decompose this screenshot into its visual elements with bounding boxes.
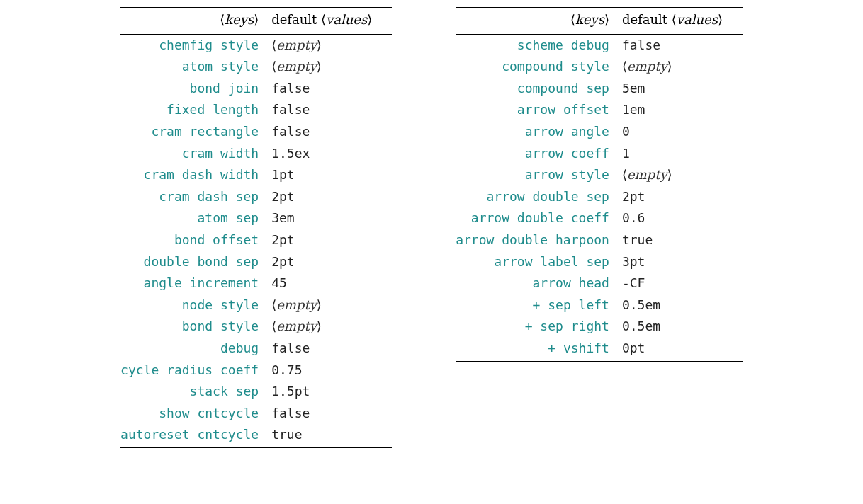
value-cell: 2pt <box>271 251 392 273</box>
table-row: + vshift0pt <box>456 338 743 361</box>
value-cell: ⟨empty⟩ <box>622 164 743 186</box>
table-row: autoreset cntcycletrue <box>120 424 392 447</box>
key-cell: double bond sep <box>120 251 271 273</box>
key-cell: atom sep <box>120 207 271 229</box>
value-cell: 45 <box>271 273 392 294</box>
key-cell: autoreset cntcycle <box>120 424 271 447</box>
value-cell: 2pt <box>622 186 743 208</box>
key-cell: scheme debug <box>456 34 622 56</box>
value-cell: 0.5em <box>622 294 743 316</box>
value-cell: ⟨empty⟩ <box>271 56 392 78</box>
table-row: cram dash sep2pt <box>120 186 392 208</box>
key-cell: angle increment <box>120 273 271 294</box>
column-header-values: default ⟨values⟩ <box>622 8 743 35</box>
value-cell: ⟨empty⟩ <box>622 56 743 78</box>
value-cell: 0 <box>622 121 743 143</box>
value-cell: 0.5em <box>622 316 743 338</box>
key-cell: cram rectangle <box>120 121 271 143</box>
table-row: angle increment45 <box>120 273 392 294</box>
key-cell: cram dash width <box>120 164 271 186</box>
value-cell: ⟨empty⟩ <box>271 294 392 316</box>
value-cell: 1.5pt <box>271 381 392 403</box>
column-header-values: default ⟨values⟩ <box>271 8 392 35</box>
key-cell: + vshift <box>456 338 622 361</box>
table-row: arrow offset1em <box>456 99 743 121</box>
key-cell: arrow angle <box>456 121 622 143</box>
value-cell: 3pt <box>622 251 743 273</box>
key-cell: debug <box>120 338 271 360</box>
key-cell: + sep left <box>456 294 622 316</box>
key-cell: bond join <box>120 78 271 100</box>
key-cell: cram width <box>120 143 271 165</box>
table-row: cram width1.5ex <box>120 143 392 165</box>
table-row: arrow head-CF <box>456 273 743 294</box>
table-row: chemfig style⟨empty⟩ <box>120 34 392 56</box>
table-row: arrow double sep2pt <box>456 186 743 208</box>
key-cell: arrow style <box>456 164 622 186</box>
value-cell: 1.5ex <box>271 143 392 165</box>
value-cell: -CF <box>622 273 743 294</box>
key-cell: stack sep <box>120 381 271 403</box>
table-row: compound sep5em <box>456 78 743 100</box>
table-row: stack sep1.5pt <box>120 381 392 403</box>
table-row: + sep left0.5em <box>456 294 743 316</box>
table-row: cram rectanglefalse <box>120 121 392 143</box>
table-row: + sep right0.5em <box>456 316 743 338</box>
right-table: ⟨keys⟩default ⟨values⟩scheme debugfalsec… <box>456 7 743 362</box>
key-cell: compound sep <box>456 78 622 100</box>
table-row: cram dash width1pt <box>120 164 392 186</box>
key-cell: + sep right <box>456 316 622 338</box>
key-cell: arrow double sep <box>456 186 622 208</box>
key-cell: cram dash sep <box>120 186 271 208</box>
value-cell: ⟨empty⟩ <box>271 34 392 56</box>
table-row: atom style⟨empty⟩ <box>120 56 392 78</box>
table-row: show cntcyclefalse <box>120 403 392 425</box>
key-cell: cycle radius coeff <box>120 360 271 382</box>
key-cell: arrow double harpoon <box>456 229 622 251</box>
value-cell: 1em <box>622 99 743 121</box>
key-cell: arrow label sep <box>456 251 622 273</box>
table-row: atom sep3em <box>120 207 392 229</box>
table-row: bond offset2pt <box>120 229 392 251</box>
table-row: cycle radius coeff0.75 <box>120 360 392 382</box>
table-row: scheme debugfalse <box>456 34 743 56</box>
table-row: arrow coeff1 <box>456 143 743 165</box>
table-row: compound style⟨empty⟩ <box>456 56 743 78</box>
left-table: ⟨keys⟩default ⟨values⟩chemfig style⟨empt… <box>120 7 392 448</box>
key-cell: bond offset <box>120 229 271 251</box>
table-row: bond joinfalse <box>120 78 392 100</box>
table-row: double bond sep2pt <box>120 251 392 273</box>
key-cell: arrow head <box>456 273 622 294</box>
value-cell: false <box>271 338 392 360</box>
value-cell: true <box>622 229 743 251</box>
key-cell: compound style <box>456 56 622 78</box>
left-table-block: ⟨keys⟩default ⟨values⟩chemfig style⟨empt… <box>120 7 392 448</box>
table-row: debugfalse <box>120 338 392 360</box>
key-cell: chemfig style <box>120 34 271 56</box>
value-cell: true <box>271 424 392 447</box>
value-cell: false <box>271 78 392 100</box>
column-header-keys: ⟨keys⟩ <box>120 8 271 35</box>
table-row: arrow angle0 <box>456 121 743 143</box>
table-row: bond style⟨empty⟩ <box>120 316 392 338</box>
value-cell: 1pt <box>271 164 392 186</box>
key-cell: bond style <box>120 316 271 338</box>
value-cell: 2pt <box>271 186 392 208</box>
value-cell: false <box>271 99 392 121</box>
value-cell: 0pt <box>622 338 743 361</box>
table-row: arrow label sep3pt <box>456 251 743 273</box>
value-cell: 0.6 <box>622 207 743 229</box>
value-cell: 1 <box>622 143 743 165</box>
key-cell: arrow coeff <box>456 143 622 165</box>
key-cell: arrow double coeff <box>456 207 622 229</box>
key-cell: show cntcycle <box>120 403 271 425</box>
key-cell: arrow offset <box>456 99 622 121</box>
table-row: fixed lengthfalse <box>120 99 392 121</box>
key-cell: fixed length <box>120 99 271 121</box>
column-header-keys: ⟨keys⟩ <box>456 8 622 35</box>
table-row: arrow style⟨empty⟩ <box>456 164 743 186</box>
value-cell: false <box>271 403 392 425</box>
table-row: arrow double coeff0.6 <box>456 207 743 229</box>
table-row: node style⟨empty⟩ <box>120 294 392 316</box>
key-cell: node style <box>120 294 271 316</box>
